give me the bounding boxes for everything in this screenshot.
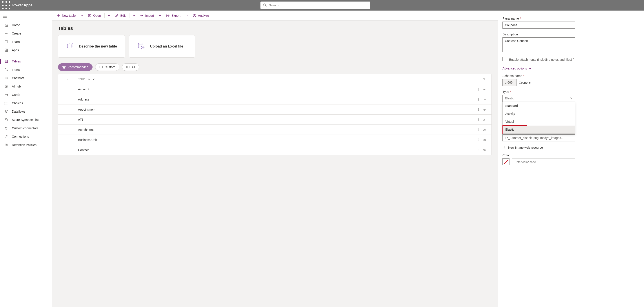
nav-collapse-toggle[interactable] bbox=[0, 12, 52, 21]
svg-point-71 bbox=[478, 99, 478, 99]
column-header-right[interactable]: N bbox=[483, 77, 492, 81]
table-row[interactable]: Business Unitbu bbox=[58, 135, 492, 145]
cmd-export-dropdown[interactable] bbox=[184, 14, 190, 17]
home-icon bbox=[4, 23, 8, 27]
cmd-edit[interactable]: Edit bbox=[113, 13, 128, 19]
type-selected-value: Elastic bbox=[505, 97, 514, 100]
highlight-callout bbox=[502, 125, 527, 134]
nav-synapse[interactable]: Azure Synapse Link bbox=[0, 116, 52, 124]
nav-aihub[interactable]: AI hub bbox=[0, 82, 52, 91]
table-row[interactable]: Appointmentap bbox=[58, 104, 492, 115]
row-more-menu[interactable] bbox=[474, 148, 483, 152]
table-icon bbox=[4, 59, 8, 63]
row-more-menu[interactable] bbox=[474, 118, 483, 121]
retention-icon bbox=[4, 143, 8, 147]
svg-point-29 bbox=[6, 78, 6, 78]
column-header-table[interactable]: Table bbox=[76, 77, 474, 81]
svg-point-82 bbox=[478, 139, 478, 139]
nav-connections[interactable]: Connections bbox=[0, 132, 52, 141]
table-row[interactable]: Accountac bbox=[58, 84, 492, 94]
description-input[interactable] bbox=[502, 37, 575, 52]
nav-create[interactable]: Create bbox=[0, 29, 52, 38]
pill-recommended[interactable]: Recommended bbox=[58, 63, 92, 71]
nav-chatbots[interactable]: Chatbots bbox=[0, 74, 52, 82]
more-vertical-icon bbox=[477, 148, 480, 152]
table-row[interactable]: Attachmentac bbox=[58, 125, 492, 135]
attachments-checkbox[interactable] bbox=[502, 57, 507, 61]
svg-point-2 bbox=[9, 1, 10, 3]
nav-learn[interactable]: Learn bbox=[0, 38, 52, 46]
nav-cards[interactable]: Cards bbox=[0, 91, 52, 99]
type-option[interactable]: Activity bbox=[503, 110, 575, 118]
waffle-icon[interactable] bbox=[2, 1, 10, 10]
cmd-open-dropdown[interactable] bbox=[106, 14, 112, 17]
svg-point-68 bbox=[478, 89, 478, 89]
global-search[interactable] bbox=[260, 2, 370, 9]
card-label: Upload an Excel file bbox=[150, 45, 183, 48]
color-code-input[interactable] bbox=[512, 159, 575, 165]
column-menu-icon[interactable] bbox=[92, 78, 95, 81]
table-row[interactable]: AT1cr bbox=[58, 115, 492, 125]
cmd-edit-dropdown[interactable] bbox=[131, 14, 137, 17]
svg-rect-32 bbox=[5, 94, 8, 96]
new-image-resource-link[interactable]: New image web resource bbox=[502, 145, 640, 150]
plural-name-input[interactable] bbox=[502, 22, 575, 29]
color-label: Color bbox=[502, 154, 640, 157]
book-icon bbox=[4, 40, 8, 44]
row-right-text: cr bbox=[483, 118, 492, 121]
dataflow-icon bbox=[4, 110, 8, 114]
row-more-menu[interactable] bbox=[474, 108, 483, 111]
row-more-menu[interactable] bbox=[474, 98, 483, 101]
nav-dataflows[interactable]: Dataflows bbox=[0, 107, 52, 116]
cmd-new-table[interactable]: New table bbox=[54, 13, 78, 19]
search-input[interactable] bbox=[268, 3, 368, 7]
advanced-options-toggle[interactable]: Advanced options bbox=[502, 67, 640, 70]
cmd-import-dropdown[interactable] bbox=[157, 14, 163, 17]
schema-name-input[interactable] bbox=[517, 79, 575, 86]
cmd-new-table-dropdown[interactable] bbox=[79, 14, 85, 17]
cmd-export[interactable]: Export bbox=[164, 13, 182, 19]
row-more-menu[interactable] bbox=[474, 138, 483, 141]
row-more-menu[interactable] bbox=[474, 88, 483, 91]
more-vertical-icon bbox=[477, 118, 480, 121]
type-option[interactable]: Elastic bbox=[503, 126, 575, 134]
nav-retention[interactable]: Retention Policies bbox=[0, 141, 52, 149]
nav-home[interactable]: Home bbox=[0, 21, 52, 29]
card-describe-table[interactable]: Describe the new table bbox=[58, 35, 125, 58]
nav-apps[interactable]: Apps bbox=[0, 46, 52, 54]
type-option[interactable]: Standard bbox=[503, 102, 575, 110]
svg-point-3 bbox=[2, 5, 4, 6]
card-upload-excel[interactable]: Upload an Excel file bbox=[129, 35, 195, 58]
cmd-analyze[interactable]: Analyze bbox=[190, 13, 211, 19]
nav-label: AI hub bbox=[12, 85, 21, 88]
svg-point-67 bbox=[478, 88, 478, 88]
row-right-text: ac bbox=[483, 128, 492, 131]
pill-all[interactable]: All bbox=[122, 63, 139, 71]
column-header-label: Table bbox=[78, 77, 85, 81]
svg-point-0 bbox=[2, 1, 4, 3]
nav-flows[interactable]: Flows bbox=[0, 66, 52, 74]
svg-point-41 bbox=[7, 110, 8, 111]
more-vertical-icon bbox=[477, 138, 480, 141]
nav-label: Create bbox=[12, 32, 21, 35]
cmd-import[interactable]: Import bbox=[138, 13, 156, 19]
nav-tables[interactable]: Tables bbox=[0, 57, 52, 66]
type-option[interactable]: Virtual bbox=[503, 118, 575, 126]
card-icon bbox=[4, 93, 8, 97]
image-resource-input[interactable]: 16_Tammer_disable.png; msdyn_images... bbox=[502, 134, 575, 141]
table-row[interactable]: Contactco bbox=[58, 145, 492, 155]
pill-custom[interactable]: Custom bbox=[95, 63, 119, 71]
svg-point-1 bbox=[6, 1, 7, 3]
table-row-name: Appointment bbox=[76, 108, 474, 111]
new-image-resource-label: New image web resource bbox=[508, 146, 543, 149]
row-more-menu[interactable] bbox=[474, 128, 483, 131]
table-row[interactable]: Addresscu bbox=[58, 94, 492, 104]
type-select[interactable]: Elastic bbox=[502, 95, 575, 102]
cmd-open[interactable]: Open bbox=[86, 13, 103, 19]
page-title: Tables bbox=[58, 26, 492, 31]
nav-connectors[interactable]: Custom connectors bbox=[0, 124, 52, 132]
color-swatch-none[interactable] bbox=[502, 158, 510, 165]
nav-choices[interactable]: Choices bbox=[0, 99, 52, 107]
brain-icon bbox=[4, 85, 8, 88]
svg-point-4 bbox=[6, 5, 7, 6]
